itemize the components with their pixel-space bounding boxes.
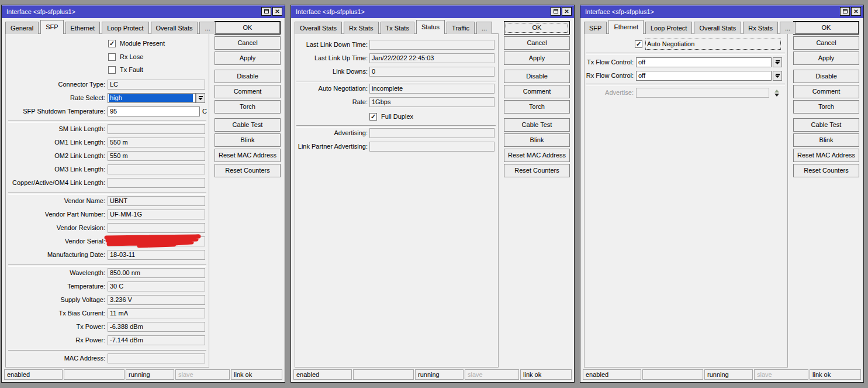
tab-overall-stats[interactable]: Overall Stats xyxy=(694,22,741,34)
comment-button[interactable]: Comment xyxy=(504,85,570,98)
window-title: Interface <sfp-sfpplus1> xyxy=(6,8,75,15)
blink-button[interactable]: Blink xyxy=(215,133,281,147)
close-button[interactable]: ✕ xyxy=(562,7,572,16)
close-button[interactable]: ✕ xyxy=(272,7,282,16)
torch-button[interactable]: Torch xyxy=(793,100,859,114)
auto-negotiation-checkbox[interactable]: ✓ xyxy=(635,40,642,48)
reset-mac-address-button[interactable]: Reset MAC Address xyxy=(215,149,281,162)
rate-select-dropdown-button[interactable] xyxy=(196,93,205,103)
copper-active-om4-link-length-field xyxy=(108,178,205,188)
apply-button[interactable]: Apply xyxy=(504,51,570,65)
cancel-button[interactable]: Cancel xyxy=(793,36,859,50)
full-duplex-checkbox[interactable]: ✓ xyxy=(369,113,377,121)
cable-test-button[interactable]: Cable Test xyxy=(504,118,570,132)
blink-button[interactable]: Blink xyxy=(793,133,859,147)
tab-status[interactable]: Status xyxy=(416,20,445,34)
ok-button[interactable]: OK xyxy=(504,21,570,35)
tab-tx-stats[interactable]: Tx Stats xyxy=(381,22,414,34)
supply-voltage-label: Supply Voltage: xyxy=(6,295,105,305)
apply-button[interactable]: Apply xyxy=(215,51,281,65)
rx-lose-checkbox[interactable] xyxy=(108,53,116,61)
temperature-label: Temperature: xyxy=(6,281,105,291)
tab-more[interactable]: ... xyxy=(199,22,215,34)
blink-button[interactable]: Blink xyxy=(504,133,570,147)
comment-button[interactable]: Comment xyxy=(215,85,281,98)
cable-test-button[interactable]: Cable Test xyxy=(215,118,281,132)
tab-sfp[interactable]: SFP xyxy=(584,22,607,34)
tab-loop-protect[interactable]: Loop Protect xyxy=(645,22,692,34)
link-partner-advertising-field xyxy=(369,142,494,152)
tab-more[interactable]: ... xyxy=(780,22,796,34)
maximize-button[interactable] xyxy=(551,7,561,16)
ethernet-form-panel: ✓ Auto Negotiation Tx Flow Control: off … xyxy=(584,33,788,368)
advertise-spinner[interactable] xyxy=(774,88,780,97)
last-link-up-time-field: Jan/22/2022 22:45:03 xyxy=(369,53,494,63)
ok-button[interactable]: OK xyxy=(215,21,281,35)
torch-button[interactable]: Torch xyxy=(215,100,281,114)
tx-flow-control-field[interactable]: off xyxy=(636,57,772,67)
titlebar[interactable]: Interface <sfp-sfpplus1> ✕ xyxy=(580,5,863,18)
reset-mac-address-button[interactable]: Reset MAC Address xyxy=(793,149,859,162)
advertise-label: Advertise: xyxy=(585,88,634,98)
cancel-button[interactable]: Cancel xyxy=(504,36,570,50)
close-button[interactable]: ✕ xyxy=(851,7,861,16)
om3-link-length-field xyxy=(108,164,205,174)
ok-button[interactable]: OK xyxy=(793,21,859,35)
reset-counters-button[interactable]: Reset Counters xyxy=(504,164,570,177)
om2-link-length-label: OM2 Link Length: xyxy=(6,151,105,161)
status-cell-2 xyxy=(64,369,125,380)
link-downs-field: 0 xyxy=(369,67,494,77)
mac-address-field xyxy=(108,353,205,363)
titlebar[interactable]: Interface <sfp-sfpplus1> ✕ xyxy=(2,5,285,18)
maximize-button[interactable] xyxy=(261,7,271,16)
comment-button[interactable]: Comment xyxy=(793,85,859,98)
reset-counters-button[interactable]: Reset Counters xyxy=(793,164,859,177)
sfp-shutdown-temperature-field[interactable]: 95 xyxy=(108,107,200,116)
tab-ethernet[interactable]: Ethernet xyxy=(65,22,101,34)
rx-flow-control-field[interactable]: off xyxy=(636,71,772,81)
torch-button[interactable]: Torch xyxy=(504,100,570,114)
tab-overall-stats[interactable]: Overall Stats xyxy=(295,22,342,34)
dropdown-icon xyxy=(199,96,203,97)
titlebar[interactable]: Interface <sfp-sfpplus1> ✕ xyxy=(291,5,574,18)
tx-fault-checkbox[interactable] xyxy=(108,66,116,74)
rate-select-field[interactable]: high xyxy=(109,94,193,102)
last-link-up-time-label: Last Link Up Time: xyxy=(295,53,368,63)
cancel-button[interactable]: Cancel xyxy=(215,36,281,50)
tab-bar: Overall Stats Rx Stats Tx Stats Status T… xyxy=(295,20,492,34)
tab-sfp[interactable]: SFP xyxy=(40,20,63,34)
advertising-label: Advertising: xyxy=(295,128,368,138)
tx-flow-control-dropdown-button[interactable] xyxy=(773,57,782,67)
reset-counters-button[interactable]: Reset Counters xyxy=(215,164,281,177)
separator xyxy=(8,193,206,195)
auto-negotiation-label: Auto Negotiation: xyxy=(295,84,368,94)
rx-flow-control-dropdown-button[interactable] xyxy=(773,71,782,81)
status-link-ok: link ok xyxy=(231,369,282,380)
tab-loop-protect[interactable]: Loop Protect xyxy=(102,22,148,34)
reset-mac-address-button[interactable]: Reset MAC Address xyxy=(504,149,570,162)
tab-more[interactable]: ... xyxy=(476,22,492,34)
cable-test-button[interactable]: Cable Test xyxy=(793,118,859,132)
module-present-checkbox[interactable]: ✓ xyxy=(108,40,116,47)
vendor-part-number-field: UF-MM-1G xyxy=(108,210,205,219)
disable-button[interactable]: Disable xyxy=(215,70,281,83)
auto-negotiation-label: Auto Negotiation xyxy=(647,40,694,49)
tab-traffic[interactable]: Traffic xyxy=(447,22,475,34)
tab-ethernet[interactable]: Ethernet xyxy=(608,20,644,34)
maximize-button[interactable] xyxy=(840,7,850,16)
tab-general[interactable]: General xyxy=(5,22,39,34)
tx-bias-current-field: 11 mA xyxy=(108,308,205,318)
tab-rx-stats[interactable]: Rx Stats xyxy=(344,22,379,34)
apply-button[interactable]: Apply xyxy=(793,51,859,65)
tx-power-field: -6.388 dBm xyxy=(108,322,205,332)
maximize-icon xyxy=(264,9,269,13)
rx-lose-label: Rx Lose xyxy=(120,53,143,61)
disable-button[interactable]: Disable xyxy=(793,70,859,83)
tab-rx-stats[interactable]: Rx Stats xyxy=(743,22,778,34)
close-icon: ✕ xyxy=(853,9,858,15)
tab-overall-stats[interactable]: Overall Stats xyxy=(151,22,198,34)
supply-voltage-field: 3.236 V xyxy=(108,295,205,305)
disable-button[interactable]: Disable xyxy=(504,70,570,83)
copper-active-om4-link-length-label: Copper/Active/OM4 Link Length: xyxy=(6,178,105,188)
spinner-up-icon xyxy=(774,90,779,92)
